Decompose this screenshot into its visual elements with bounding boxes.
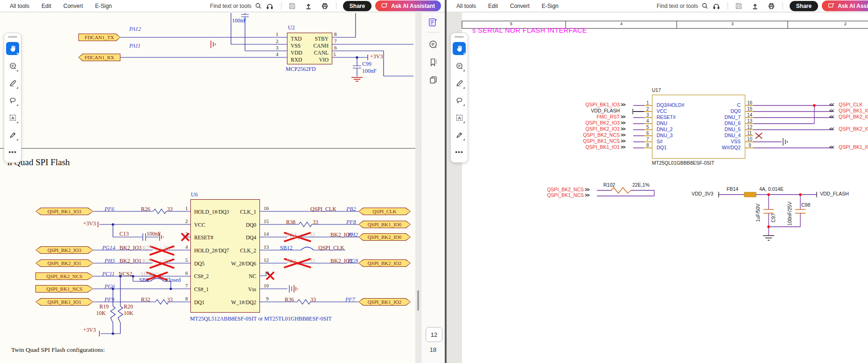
pin-name: W_1#/DQ2 — [231, 300, 256, 305]
pin-name: CS#_2 — [194, 273, 209, 279]
save-icon[interactable] — [735, 2, 743, 10]
ask-ai-assistant-button[interactable]: Ask AI Assistant — [375, 0, 441, 11]
schematic-label: QSPI_BK1_NCS — [547, 193, 584, 198]
drag-handle[interactable] — [455, 36, 464, 38]
net-flag-label: QSPI_BK1_NCS — [46, 286, 82, 292]
comments-icon[interactable] — [427, 38, 439, 50]
schematic-label: 3 — [646, 112, 649, 118]
schematic-label: 12 — [747, 125, 752, 130]
more-tools[interactable]: ••• — [6, 146, 19, 159]
pin-name: VSS — [731, 139, 741, 144]
draw-tool[interactable] — [6, 77, 19, 90]
read-aloud-icon[interactable] — [266, 2, 274, 10]
schematic-label: 5 — [185, 257, 188, 263]
share-button[interactable]: Share — [790, 1, 818, 11]
drag-handle[interactable] — [8, 36, 17, 38]
schematic-label: R28 — [142, 258, 152, 264]
share-button[interactable]: Share — [343, 1, 371, 11]
schematic-label: 11 — [747, 131, 752, 136]
menu-convert[interactable]: Convert — [63, 3, 83, 9]
fill-sign-tool[interactable] — [453, 128, 466, 141]
menu-convert[interactable]: Convert — [510, 3, 530, 9]
pin-name: VIO — [319, 57, 329, 63]
schematic-label: 2 — [844, 22, 847, 27]
pin-name: DNU_5 — [725, 126, 741, 132]
schematic-label: 8 — [185, 296, 188, 301]
schematic-label: 2 — [646, 106, 649, 112]
search-icon — [255, 2, 262, 9]
pin-name: DNU_7 — [725, 114, 741, 120]
schematic-label: 33 — [313, 219, 318, 225]
schematic-label: FMC_RST — [596, 114, 620, 120]
vertical-scrollbar[interactable] — [417, 290, 419, 311]
schematic-label: >> — [621, 102, 625, 107]
comment-tool[interactable] — [6, 59, 19, 72]
schematic-label: QSPI_BK1_IO2 — [839, 145, 868, 150]
top-toolbar-right: All tools Edit Convert E-Sign Find text … — [447, 0, 868, 12]
schematic-label: PA11 — [129, 43, 140, 49]
comment-tool[interactable] — [453, 59, 466, 72]
schematic-label: U2 — [288, 25, 295, 31]
upload-icon[interactable] — [305, 2, 313, 10]
pin-row: CS#_2NC — [191, 270, 259, 283]
schematic-label: 12 — [264, 257, 269, 263]
net-flag-label: QSPI_BK1_IO1 — [48, 299, 82, 305]
schematic-label: 4 — [276, 51, 279, 57]
read-aloud-icon[interactable] — [713, 2, 721, 10]
text-select-tool[interactable]: A — [6, 111, 19, 124]
pin-name: RESET# — [657, 114, 676, 120]
pin-name: HOLD_2#/DQ7 — [194, 248, 229, 253]
ic-symbol: DQ3/HOLD#CVCCDQ0RESET#DNU_7DNUDNU_6DNU_2… — [652, 95, 745, 159]
lasso-tool[interactable] — [6, 94, 19, 107]
ai-chat-icon — [381, 2, 388, 9]
lasso-tool[interactable] — [453, 94, 466, 107]
find-bar[interactable]: Find text or tools — [210, 2, 262, 9]
schematic-label: 2 — [276, 38, 279, 44]
upload-icon[interactable] — [751, 2, 759, 10]
window-divider[interactable] — [445, 0, 447, 363]
ai-chat-icon — [828, 2, 835, 9]
schematic-label: 6 — [334, 45, 337, 50]
menu-esign[interactable]: E-Sign — [542, 3, 559, 9]
text-select-tool[interactable]: A — [453, 111, 466, 124]
pin-name: DQ3/HOLD# — [657, 102, 685, 108]
print-icon[interactable] — [768, 2, 776, 10]
bookmarks-icon[interactable] — [427, 56, 439, 68]
draw-tool[interactable] — [453, 77, 466, 90]
schematic-label: 100nF/25V — [787, 202, 793, 225]
fill-sign-tool[interactable] — [6, 128, 19, 141]
hand-tool[interactable] — [453, 42, 466, 55]
find-bar[interactable]: Find text or tools — [657, 2, 708, 9]
schematic-label: MCP2562FD — [286, 66, 316, 72]
net-flag: QSPI_BK2_IO0 — [358, 233, 411, 241]
schematic-label: >> — [621, 114, 625, 119]
pin-row: VCCDQ0 — [191, 218, 259, 231]
toolbar-divider — [728, 2, 728, 9]
print-icon[interactable] — [321, 2, 329, 10]
ai-summary-icon[interactable] — [427, 16, 439, 28]
schematic-label: R36 — [285, 297, 294, 303]
schematic-label: QSPI_BK1_IO3 — [585, 102, 620, 108]
schematic-label: R19 — [99, 304, 109, 310]
page-number-input[interactable]: 12 — [426, 327, 442, 342]
pin-row: TXDSTBY — [287, 35, 332, 42]
hand-tool[interactable] — [6, 42, 19, 55]
menu-all-tools[interactable]: All tools — [456, 3, 476, 9]
ask-ai-assistant-button[interactable]: Ask AI Assistant — [822, 0, 868, 11]
menu-edit[interactable]: Edit — [488, 3, 498, 9]
save-icon[interactable] — [288, 2, 296, 10]
menu-edit[interactable]: Edit — [42, 3, 51, 9]
schematic-label: 1 — [185, 205, 188, 211]
net-flag: QSPI_BK2_NCS — [35, 272, 93, 280]
right-rail: 12 18 — [421, 13, 445, 363]
ai-label: Ask AI Assistant — [391, 3, 435, 9]
pages-icon[interactable] — [427, 74, 439, 86]
schematic-label: U6 — [191, 192, 198, 198]
schematic-label: FB14 — [727, 187, 738, 192]
pin-row: RXDVIO — [287, 56, 332, 63]
more-tools[interactable]: ••• — [453, 146, 466, 159]
net-flag-label: QSPI_BK2_IO1 — [48, 260, 82, 266]
menu-all-tools[interactable]: All tools — [10, 3, 29, 9]
menu-esign[interactable]: E-Sign — [95, 3, 112, 9]
net-flag: QSPI_BK1_IO2 — [358, 298, 411, 306]
